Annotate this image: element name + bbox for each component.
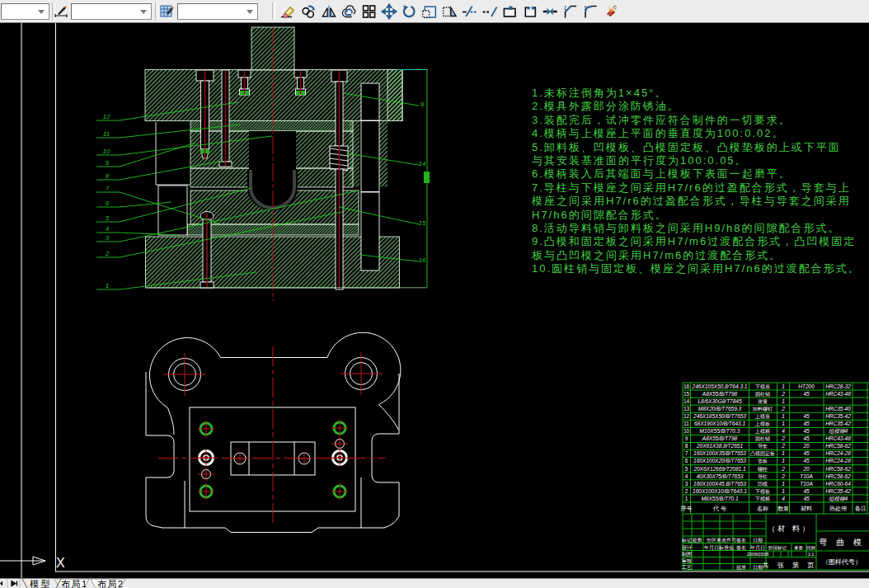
svg-text:A8X55/B/T798: A8X55/B/T798 xyxy=(702,391,738,397)
svg-text:246X105X50.8/T64.3.1: 246X105X50.8/T64.3.1 xyxy=(692,383,748,389)
svg-text:9: 9 xyxy=(420,101,425,108)
svg-text:45: 45 xyxy=(803,450,810,456)
svg-text:10: 10 xyxy=(103,148,110,155)
svg-text:T10A: T10A xyxy=(800,473,813,479)
svg-text:8.活动导料销与卸料板之间采用H9/h8的间隙配合形式。: 8.活动导料销与卸料板之间采用H9/h8的间隙配合形式。 xyxy=(532,222,841,234)
svg-text:45: 45 xyxy=(803,421,810,426)
svg-text:（图样代号）: （图样代号） xyxy=(822,558,862,566)
svg-text:布局2: 布局2 xyxy=(97,579,124,588)
svg-text:布局1: 布局1 xyxy=(61,579,88,588)
svg-text:阶段标记: 阶段标记 xyxy=(768,545,787,551)
svg-text:7.导柱与下模座之间采用H7/r6的过盈配合形式，导套与上: 7.导柱与下模座之间采用H7/r6的过盈配合形式，导套与上 xyxy=(532,181,851,194)
svg-text:设计: 设计 xyxy=(682,544,692,550)
svg-text:45: 45 xyxy=(803,435,810,441)
svg-text:40X30X75/B/T7653: 40X30X75/B/T7653 xyxy=(697,473,744,479)
svg-text:HRC24-28: HRC24-28 xyxy=(825,458,851,463)
svg-text:2: 2 xyxy=(781,406,785,412)
svg-text:160X100X10/B/T643.1: 160X100X10/B/T643.1 xyxy=(693,488,747,494)
svg-text:9: 9 xyxy=(106,159,110,167)
svg-text:圆柱销: 圆柱销 xyxy=(755,435,770,442)
svg-text:重量: 重量 xyxy=(794,545,804,550)
svg-text:HRC35-42: HRC35-42 xyxy=(825,421,851,426)
svg-text:标准化: 标准化 xyxy=(718,545,734,551)
svg-text:导柱: 导柱 xyxy=(758,473,768,479)
svg-text:2: 2 xyxy=(781,466,785,472)
svg-text:T10A: T10A xyxy=(800,481,813,487)
svg-text:组模铆4: 组模铆4 xyxy=(829,428,848,434)
svg-text:15: 15 xyxy=(683,391,690,397)
svg-text:HRC58-62: HRC58-62 xyxy=(825,443,851,449)
svg-text:工艺: 工艺 xyxy=(682,564,692,570)
svg-text:垫板: 垫板 xyxy=(758,459,768,463)
svg-text:68X190X10/B/T643.1: 68X190X10/B/T643.1 xyxy=(694,421,746,426)
svg-text:备注: 备注 xyxy=(855,505,867,512)
svg-text:HRC35-42: HRC35-42 xyxy=(825,488,851,494)
svg-text:4: 4 xyxy=(782,496,785,501)
svg-text:12: 12 xyxy=(683,413,690,419)
svg-text:15: 15 xyxy=(419,219,426,227)
svg-text:热处理: 热处理 xyxy=(829,506,847,512)
svg-text:与其安装基准面的平行度为100:0.05。: 与其安装基准面的平行度为100:0.05。 xyxy=(532,154,748,167)
svg-text:HRC35-42: HRC35-42 xyxy=(825,413,851,419)
svg-text:2: 2 xyxy=(685,488,688,494)
svg-text:组模铆4: 组模铆4 xyxy=(829,496,848,501)
svg-text:HRC28-32: HRC28-32 xyxy=(825,383,851,389)
svg-text:L8/6X30G8/T7845: L8/6X30G8/T7845 xyxy=(698,398,742,404)
svg-text:审核: 审核 xyxy=(682,557,692,563)
svg-text:日期: 日期 xyxy=(753,538,763,543)
svg-text:2: 2 xyxy=(781,435,785,441)
svg-text:下模柄: 下模柄 xyxy=(755,496,770,502)
svg-text:9.凸模和固定板之间采用H7/m6过渡配合形式，凸凹模固定: 9.凸模和固定板之间采用H7/m6过渡配合形式，凸凹模固定 xyxy=(532,235,856,247)
svg-text:160X100X45.B/T7653: 160X100X45.B/T7653 xyxy=(693,481,746,487)
svg-text:160X100X20/B/T7653: 160X100X20/B/T7653 xyxy=(693,458,746,463)
svg-text:日期: 日期 xyxy=(753,565,763,571)
svg-text:处数: 处数 xyxy=(692,537,702,543)
svg-text:1: 1 xyxy=(782,481,785,487)
svg-text:11: 11 xyxy=(103,130,110,138)
svg-text:M8X55/B/T70.1: M8X55/B/T70.1 xyxy=(701,496,739,501)
svg-text:1:1: 1:1 xyxy=(808,552,815,557)
svg-text:2.模具外露部分涂防锈油。: 2.模具外露部分涂防锈油。 xyxy=(532,100,680,112)
svg-text:3: 3 xyxy=(685,481,688,487)
svg-text:10.圆柱销与固定板、模座之间采用H7/n6的过渡配合形式。: 10.圆柱销与固定板、模座之间采用H7/n6的过渡配合形式。 xyxy=(532,262,861,275)
svg-text:批准: 批准 xyxy=(736,565,746,571)
svg-text:20: 20 xyxy=(802,466,810,472)
svg-text:HRC24-28: HRC24-28 xyxy=(825,450,851,456)
svg-text:20060308: 20060308 xyxy=(747,552,769,557)
svg-text:9: 9 xyxy=(685,435,688,441)
svg-text:4: 4 xyxy=(782,428,785,434)
svg-text:246X185X50/B/T7653: 246X185X50/B/T7653 xyxy=(693,413,746,419)
svg-text:名称: 名称 xyxy=(757,506,768,512)
svg-text:分区: 分区 xyxy=(707,537,716,543)
svg-text:1: 1 xyxy=(782,450,785,456)
svg-text:6: 6 xyxy=(106,200,110,207)
svg-text:8: 8 xyxy=(685,443,688,449)
svg-text:16: 16 xyxy=(683,383,690,389)
svg-text:签名: 签名 xyxy=(736,545,746,551)
svg-text:1: 1 xyxy=(782,458,785,463)
svg-text:45: 45 xyxy=(803,458,810,463)
svg-text:代 号: 代 号 xyxy=(712,506,726,511)
svg-text:A8X55/B/T798: A8X55/B/T798 xyxy=(702,435,738,441)
svg-text:数量: 数量 xyxy=(777,506,789,511)
svg-text:凹模: 凹模 xyxy=(758,482,768,487)
svg-text:更改件号: 更改件号 xyxy=(716,537,736,543)
svg-text:14: 14 xyxy=(419,160,426,167)
svg-text:5: 5 xyxy=(106,214,110,222)
svg-text:45: 45 xyxy=(803,391,810,397)
svg-text:下模板: 下模板 xyxy=(755,489,770,494)
svg-text:模座之间采用H7/r6的过盈配合形式，导柱与导套之间采用: 模座之间采用H7/r6的过盈配合形式，导柱与导套之间采用 xyxy=(531,195,851,207)
svg-text:5.卸料板、凹模板、凸模固定板、凸模垫板的上或下平面: 5.卸料板、凹模板、凸模固定板、凸模垫板的上或下平面 xyxy=(532,141,841,153)
svg-text:1.未标注倒角为1×45°。: 1.未标注倒角为1×45°。 xyxy=(532,87,667,99)
svg-text:11: 11 xyxy=(683,421,689,426)
svg-text:45: 45 xyxy=(803,496,810,501)
svg-text:20X6X12669/T2081.1: 20X6X12669/T2081.1 xyxy=(693,466,746,472)
svg-text:3.装配完后，试冲零件应符合制件的一切要求。: 3.装配完后，试冲零件应符合制件的一切要求。 xyxy=(532,114,791,126)
svg-text:HRC43-48: HRC43-48 xyxy=(825,391,851,397)
svg-text:上模柄: 上模柄 xyxy=(754,429,770,435)
svg-text:1: 1 xyxy=(782,383,785,389)
svg-text:1: 1 xyxy=(782,421,785,426)
svg-text:卸料螺钉: 卸料螺钉 xyxy=(753,406,773,412)
svg-text:1: 1 xyxy=(106,282,109,289)
svg-text:（材 料）: （材 料） xyxy=(768,524,812,533)
